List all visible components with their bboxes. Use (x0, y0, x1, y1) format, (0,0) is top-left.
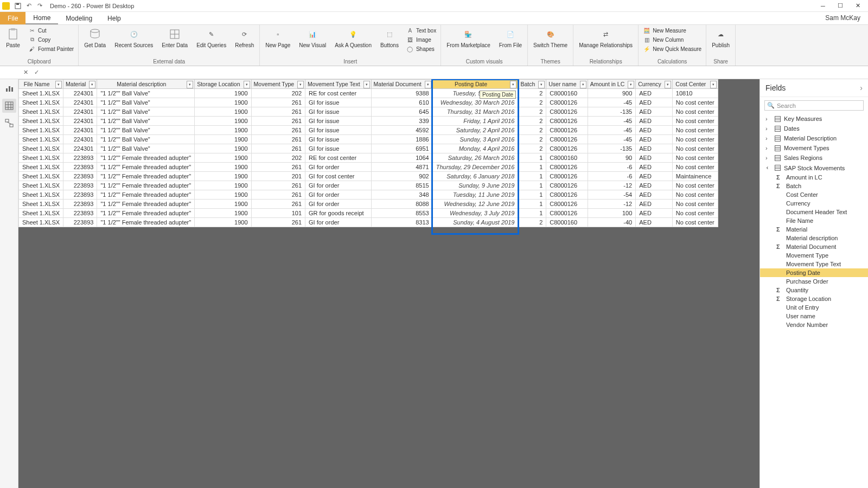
table-cell[interactable]: No cost center (672, 98, 718, 107)
table-cell[interactable]: 645 (371, 107, 432, 117)
table-cell[interactable]: 1 (518, 172, 546, 181)
table-row[interactable]: Sheet 1.XLSX223893"1 1/2"" Female thread… (19, 190, 718, 200)
table-cell[interactable]: Sheet 1.XLSX (19, 144, 63, 153)
table-cell[interactable]: 902 (371, 172, 432, 181)
table-cell[interactable]: 1 (518, 163, 546, 172)
filter-dropdown-icon[interactable]: ▾ (580, 81, 586, 88)
column-header[interactable]: Movement Type▾ (251, 80, 305, 89)
table-cell[interactable]: 2 (518, 126, 546, 135)
table-cell[interactable]: C8000160 (546, 89, 588, 98)
cancel-formula-icon[interactable]: ✕ (21, 68, 30, 78)
column-header[interactable]: User name▾ (546, 80, 588, 89)
table-cell[interactable]: "1 1/2"" Ball Valve" (97, 117, 195, 126)
table-cell[interactable]: -6 (588, 163, 636, 172)
table-cell[interactable]: Saturday, 6 January 2018 (432, 172, 518, 181)
maximize-button[interactable]: ☐ (832, 1, 848, 11)
table-cell[interactable]: C8000126 (546, 163, 588, 172)
table-row[interactable]: Sheet 1.XLSX224301"1 1/2"" Ball Valve"19… (19, 135, 718, 144)
table-cell[interactable]: Wednesday, 12 June 2019 (432, 200, 518, 209)
filter-dropdown-icon[interactable]: ▾ (628, 81, 634, 88)
table-cell[interactable]: 223893 (63, 209, 97, 218)
table-cell[interactable]: No cost center (672, 209, 718, 218)
table-cell[interactable]: 1900 (195, 135, 251, 144)
column-header[interactable]: Material▾ (63, 80, 97, 89)
table-cell[interactable]: Saturday, 26 March 2016 (432, 153, 518, 163)
table-cell[interactable]: -54 (588, 190, 636, 200)
save-icon[interactable] (13, 1, 23, 11)
table-cell[interactable]: "1 1/2"" Ball Valve" (97, 135, 195, 144)
field-item[interactable]: Document Header Text (760, 208, 868, 216)
table-cell[interactable]: RE for cost center (305, 153, 372, 163)
column-header[interactable]: Posting Date▾ (432, 80, 518, 89)
field-item[interactable]: Cost Center (760, 190, 868, 199)
table-cell[interactable]: 224301 (63, 144, 97, 153)
table-cell[interactable]: AED (636, 107, 673, 117)
table-row[interactable]: Sheet 1.XLSX223893"1 1/2"" Female thread… (19, 153, 718, 163)
table-cell[interactable]: 261 (251, 144, 305, 153)
menu-tab-modeling[interactable]: Modeling (58, 12, 100, 24)
table-cell[interactable]: No cost center (672, 190, 718, 200)
table-cell[interactable]: GI for issue (305, 144, 372, 153)
table-cell[interactable]: "1 1/2"" Ball Valve" (97, 144, 195, 153)
table-cell[interactable]: Wednesday, 30 March 2016 (432, 98, 518, 107)
filter-dropdown-icon[interactable]: ▾ (538, 81, 545, 88)
paste-button[interactable]: Paste (2, 26, 24, 49)
get-data-button[interactable]: Get Data (81, 26, 109, 49)
table-cell[interactable]: GI for order (305, 218, 372, 227)
field-item[interactable]: User name (760, 312, 868, 320)
table-cell[interactable]: 223893 (63, 190, 97, 200)
table-cell[interactable]: GI for cost center (305, 172, 372, 181)
table-cell[interactable]: Thursday, 31 March 2016 (432, 107, 518, 117)
filter-dropdown-icon[interactable]: ▾ (187, 81, 193, 88)
image-button[interactable]: 🖼Image (404, 35, 438, 44)
table-cell[interactable]: C8000160 (546, 153, 588, 163)
table-cell[interactable]: 261 (251, 98, 305, 107)
table-cell[interactable]: Sheet 1.XLSX (19, 172, 63, 181)
column-header[interactable]: File Name▾ (19, 80, 63, 89)
table-row[interactable]: Sheet 1.XLSX223893"1 1/2"" Female thread… (19, 172, 718, 181)
table-cell[interactable]: -40 (588, 218, 636, 227)
column-header[interactable]: Cost Center▾ (672, 80, 718, 89)
manage-relationships-button[interactable]: ⇄Manage Relationships (576, 26, 636, 49)
table-row[interactable]: Sheet 1.XLSX224301"1 1/2"" Ball Valve"19… (19, 107, 718, 117)
filter-dropdown-icon[interactable]: ▾ (244, 81, 250, 88)
field-item[interactable]: Posting Date (760, 268, 868, 277)
fields-search-input[interactable]: 🔍 Search (764, 100, 864, 111)
user-name-label[interactable]: Sam McKay (818, 12, 868, 24)
table-cell[interactable]: "1 1/2"" Female threaded adupter" (97, 163, 195, 172)
table-cell[interactable]: C8000126 (546, 200, 588, 209)
table-cell[interactable]: 224301 (63, 126, 97, 135)
table-cell[interactable]: 1 (518, 190, 546, 200)
field-item[interactable]: ΣMaterial Document (760, 242, 868, 251)
table-cell[interactable]: 2 (518, 144, 546, 153)
table-cell[interactable]: "1 1/2"" Female threaded adupter" (97, 190, 195, 200)
copy-button[interactable]: ⧉Copy (26, 35, 76, 44)
menu-tab-help[interactable]: Help (100, 12, 129, 24)
table-cell[interactable]: C8000126 (546, 117, 588, 126)
table-cell[interactable]: Sheet 1.XLSX (19, 135, 63, 144)
table-cell[interactable]: -45 (588, 117, 636, 126)
table-cell[interactable]: -45 (588, 126, 636, 135)
table-cell[interactable]: 339 (371, 117, 432, 126)
table-cell[interactable]: 1900 (195, 218, 251, 227)
filter-dropdown-icon[interactable]: ▾ (297, 81, 304, 88)
table-cell[interactable]: Friday, 1 April 2016 (432, 117, 518, 126)
model-view-button[interactable] (2, 116, 16, 130)
table-cell[interactable]: Sheet 1.XLSX (19, 209, 63, 218)
field-item[interactable]: Unit of Entry (760, 303, 868, 312)
table-cell[interactable]: 261 (251, 181, 305, 190)
table-cell[interactable]: 1900 (195, 163, 251, 172)
table-cell[interactable]: Sheet 1.XLSX (19, 107, 63, 117)
table-cell[interactable]: -12 (588, 200, 636, 209)
table-cell[interactable]: 223893 (63, 172, 97, 181)
recent-sources-button[interactable]: 🕑Recent Sources (111, 26, 156, 49)
table-cell[interactable]: Sheet 1.XLSX (19, 190, 63, 200)
table-cell[interactable]: C8000126 (546, 107, 588, 117)
table-cell[interactable]: 348 (371, 190, 432, 200)
table-cell[interactable]: No cost center (672, 126, 718, 135)
table-cell[interactable]: 1900 (195, 190, 251, 200)
table-cell[interactable]: 1900 (195, 126, 251, 135)
data-view-button[interactable] (2, 99, 16, 113)
column-header[interactable]: Storage Location▾ (195, 80, 251, 89)
table-cell[interactable]: Sunday, 3 April 2016 (432, 135, 518, 144)
